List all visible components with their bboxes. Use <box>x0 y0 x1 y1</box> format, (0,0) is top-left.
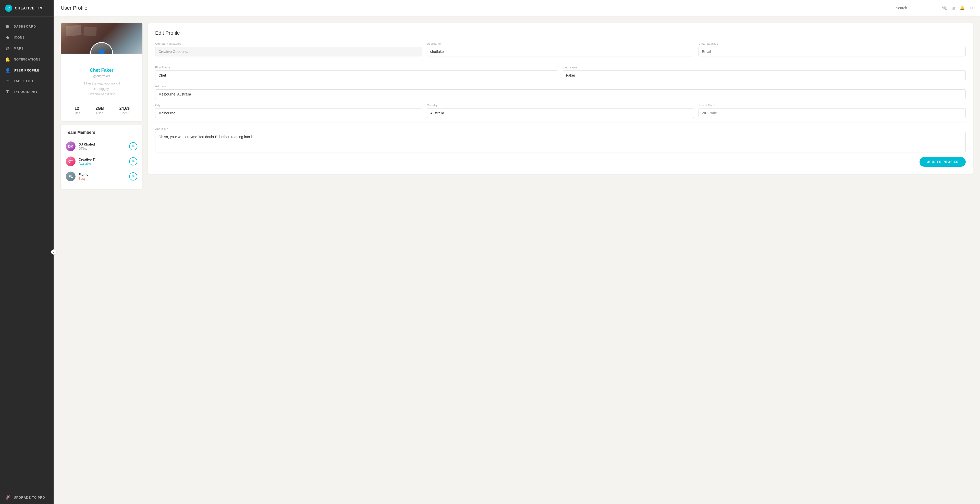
avatar-image: 👤 <box>91 43 112 54</box>
upgrade-label: UPGRADE TO PRO <box>14 496 45 499</box>
sidebar-item-label: TABLE LIST <box>14 80 34 83</box>
member-info-dj-khaled: DJ Khaled Offline <box>79 142 126 150</box>
form-row-company-username-email: Company (disabled) Username Email addres… <box>155 42 966 56</box>
search-icon[interactable]: 🔍 <box>942 6 947 10</box>
form-row-address: Address <box>155 85 966 99</box>
sidebar-item-typography[interactable]: T TYPOGRAPHY <box>0 86 54 97</box>
form-row-name: First Name Last Name <box>155 66 966 80</box>
stat-files: 12 Files <box>73 106 80 115</box>
form-divider-2 <box>155 123 966 123</box>
edit-profile-title: Edit Profile <box>155 30 966 36</box>
stat-used-value: 2GB <box>95 106 104 111</box>
member-name: Flume <box>79 172 126 176</box>
member-name: Creative Tim <box>79 158 126 161</box>
profile-card: 👤 Chet Faker @chetfaker "I like the way … <box>61 23 142 189</box>
stat-files-label: Files <box>73 111 80 115</box>
stat-spent-value: 24,6$ <box>119 106 130 111</box>
username-input[interactable] <box>427 47 694 56</box>
sidebar-logo[interactable]: C CREATIVE TIM <box>0 0 54 17</box>
search-bar[interactable]: 🔍 <box>896 6 947 10</box>
list-item: FL Flume Busy ✉ <box>66 169 137 184</box>
stat-used-label: Used <box>95 111 104 115</box>
country-input[interactable] <box>427 108 694 118</box>
bio-line3: I wanna bag it up" <box>88 92 115 96</box>
bell-icon[interactable]: 🔔 <box>959 6 965 10</box>
typography-icon: T <box>5 89 10 94</box>
avatar-dj-khaled: DK <box>66 142 76 151</box>
first-name-label: First Name <box>155 66 558 69</box>
stat-spent-label: Spent <box>119 111 130 115</box>
form-divider-1 <box>155 61 966 61</box>
notifications-icon: 🔔 <box>5 57 10 62</box>
settings-icon[interactable]: ⚙ <box>969 6 973 10</box>
bio-line2: No diggity <box>94 87 109 91</box>
form-group-address: Address <box>155 85 966 99</box>
sidebar-item-label: NOTIFICATIONS <box>14 58 41 61</box>
search-input[interactable] <box>896 6 940 10</box>
profile-bio: "I like the way you work it No diggity I… <box>66 81 137 97</box>
email-label: Email address <box>698 42 966 45</box>
email-input[interactable] <box>698 47 966 56</box>
sidebar-item-dashboard[interactable]: ⊞ DASHBOARD <box>0 21 54 32</box>
sidebar-item-icons[interactable]: ◆ ICONS <box>0 32 54 43</box>
sidebar-collapse-button[interactable]: ‹ <box>51 249 56 255</box>
content-area: 👤 Chet Faker @chetfaker "I like the way … <box>54 16 980 504</box>
company-input <box>155 47 422 56</box>
main-content: User Profile 🔍 ⊞ 🔔 ⚙ 👤 <box>54 0 980 504</box>
header: User Profile 🔍 ⊞ 🔔 ⚙ <box>54 0 980 16</box>
list-item: CT Creative Tim Available ✉ <box>66 154 137 169</box>
form-row-about-me: About Me Oh so, your weak rhyme You doub… <box>155 128 966 152</box>
postal-code-label: Postal Code <box>698 104 966 107</box>
sidebar-item-notifications[interactable]: 🔔 NOTIFICATIONS <box>0 54 54 65</box>
upgrade-to-pro-button[interactable]: 🚀 UPGRADE TO PRO <box>5 495 48 500</box>
sidebar-nav: ⊞ DASHBOARD ◆ ICONS ◎ MAPS 🔔 NOTIFICATIO… <box>0 19 54 491</box>
member-avatar-creative-tim: CT <box>66 156 76 166</box>
dashboard-icon: ⊞ <box>5 24 10 29</box>
first-name-input[interactable] <box>155 70 558 80</box>
member-message-button-creative-tim[interactable]: ✉ <box>129 157 137 166</box>
maps-icon: ◎ <box>5 46 10 51</box>
form-group-country: Country <box>427 104 694 118</box>
sidebar-item-label: DASHBOARD <box>14 25 36 28</box>
profile-handle: @chetfaker <box>66 74 137 78</box>
avatar-creative-tim: CT <box>66 156 76 166</box>
country-label: Country <box>427 104 694 107</box>
avatar: 👤 <box>90 42 113 54</box>
member-avatar-dj-khaled: DK <box>66 142 76 151</box>
sidebar-item-user-profile[interactable]: 👤 USER PROFILE <box>0 65 54 76</box>
icons-icon: ◆ <box>5 35 10 40</box>
team-title: Team Members <box>66 130 137 135</box>
member-message-button-dj-khaled[interactable]: ✉ <box>129 142 137 150</box>
logo-icon: C <box>5 5 12 12</box>
city-input[interactable] <box>155 108 422 118</box>
form-row-city-country-postal: City Country Postal Code <box>155 104 966 118</box>
form-group-company: Company (disabled) <box>155 42 422 56</box>
form-group-postal-code: Postal Code <box>698 104 966 118</box>
sidebar-item-maps[interactable]: ◎ MAPS <box>0 43 54 54</box>
user-profile-icon: 👤 <box>5 68 10 73</box>
last-name-input[interactable] <box>563 70 966 80</box>
team-members-card: Team Members DK DJ Khaled Offline ✉ CT <box>61 125 142 189</box>
stat-used: 2GB Used <box>95 106 104 115</box>
member-status: Available <box>79 162 126 166</box>
member-avatar-flume: FL <box>66 172 76 181</box>
bio-line1: "I like the way you work it <box>83 81 120 85</box>
update-profile-button[interactable]: UPDATE PROFILE <box>920 157 966 167</box>
address-label: Address <box>155 85 966 88</box>
about-me-label: About Me <box>155 128 966 131</box>
edit-profile-card: Edit Profile Company (disabled) Username… <box>148 23 973 174</box>
postal-code-input[interactable] <box>698 108 966 118</box>
address-input[interactable] <box>155 89 966 99</box>
sidebar-item-label: ICONS <box>14 36 25 39</box>
sidebar-item-table-list[interactable]: ≡ TABLE LIST <box>0 76 54 86</box>
profile-stats: 12 Files 2GB Used 24,6$ Spent <box>66 106 137 115</box>
sidebar-item-label: USER PROFILE <box>14 69 40 72</box>
city-label: City <box>155 104 422 107</box>
header-actions: 🔍 ⊞ 🔔 ⚙ <box>896 6 973 10</box>
about-me-textarea[interactable]: Oh so, your weak rhyme You doubt I'll bo… <box>155 132 966 152</box>
member-message-button-flume[interactable]: ✉ <box>129 172 137 180</box>
table-list-icon: ≡ <box>5 79 10 83</box>
profile-body: Chet Faker @chetfaker "I like the way yo… <box>61 54 142 121</box>
last-name-label: Last Name <box>563 66 966 69</box>
grid-icon[interactable]: ⊞ <box>952 6 955 10</box>
